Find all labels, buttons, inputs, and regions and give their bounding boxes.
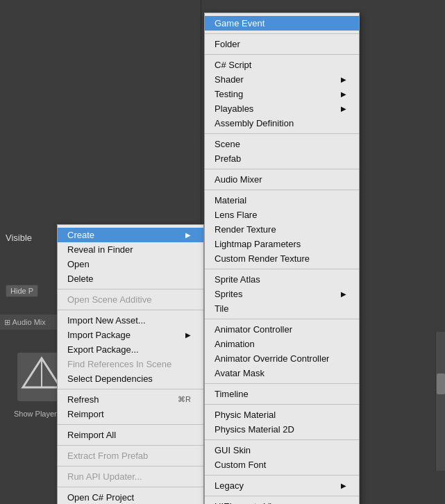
menu-item-gui-skin[interactable]: GUI Skin: [205, 443, 359, 457]
menu-item-export-package[interactable]: Export Package...: [58, 342, 203, 357]
menu-item-custom-font[interactable]: Custom Font: [205, 457, 359, 472]
r-separator-7: [205, 383, 359, 384]
audio-mix-label: ⊞ Audio Mix: [4, 318, 46, 327]
menu-item-tile[interactable]: Tile: [205, 301, 359, 316]
menu-item-select-deps[interactable]: Select Dependencies: [58, 371, 203, 386]
menu-item-render-texture[interactable]: Render Texture: [205, 222, 359, 237]
menu-item-testing[interactable]: Testing ▶: [205, 87, 359, 101]
r-separator-4: [205, 190, 359, 190]
submenu-arrow-import-package: ▶: [185, 331, 191, 339]
menu-item-folder[interactable]: Folder: [205, 37, 359, 51]
menu-item-physics-material-2d[interactable]: Physics Material 2D: [205, 422, 359, 437]
menu-item-physic-material[interactable]: Physic Material: [205, 408, 359, 422]
menu-item-api-updater: Run API Updater...: [58, 469, 203, 484]
menu-item-reimport[interactable]: Reimport: [58, 407, 203, 421]
show-player-label: Show Player: [14, 410, 57, 418]
separator-5: [58, 445, 203, 446]
menu-item-find-references: Find References In Scene: [58, 357, 203, 371]
submenu-arrow-legacy: ▶: [341, 482, 346, 489]
menu-item-scene[interactable]: Scene: [205, 137, 359, 151]
menu-item-lens-flare[interactable]: Lens Flare: [205, 208, 359, 222]
menu-item-playables[interactable]: Playables ▶: [205, 101, 359, 116]
menu-item-reimport-all[interactable]: Reimport All: [58, 428, 203, 442]
r-separator-5: [205, 269, 359, 269]
submenu-arrow-shader: ▶: [341, 76, 346, 83]
r-separator-3: [205, 169, 359, 169]
r-separator-6: [205, 319, 359, 319]
separator-2: [58, 310, 203, 310]
r-separator-11: [205, 496, 359, 496]
menu-item-open[interactable]: Open: [58, 257, 203, 271]
menu-item-csharp-script[interactable]: C# Script: [205, 58, 359, 72]
menu-item-material[interactable]: Material: [205, 193, 359, 208]
menu-item-uielements-view[interactable]: UIElements View: [205, 499, 359, 504]
separator-1: [58, 289, 203, 289]
menu-item-audio-mixer[interactable]: Audio Mixer: [205, 172, 359, 187]
menu-item-animation[interactable]: Animation: [205, 337, 359, 351]
menu-item-game-event[interactable]: Game Event: [205, 16, 359, 31]
menu-item-shader[interactable]: Shader ▶: [205, 72, 359, 87]
menu-item-assembly-def[interactable]: Assembly Definition: [205, 116, 359, 131]
menu-item-delete[interactable]: Delete: [58, 271, 203, 286]
menu-item-sprites[interactable]: Sprites ▶: [205, 287, 359, 301]
separator-4: [58, 424, 203, 425]
r-separator-9: [205, 439, 359, 440]
menu-item-create[interactable]: Create ▶: [58, 228, 203, 242]
menu-item-legacy[interactable]: Legacy ▶: [205, 478, 359, 493]
right-context-menu: Game Event Folder C# Script Shader ▶ Tes…: [204, 12, 360, 504]
separator-6: [58, 466, 203, 467]
menu-item-avatar-mask[interactable]: Avatar Mask: [205, 366, 359, 380]
submenu-arrow-testing: ▶: [341, 90, 346, 98]
menu-item-import-package[interactable]: Import Package ▶: [58, 328, 203, 342]
menu-item-animator-override[interactable]: Animator Override Controller: [205, 351, 359, 366]
menu-item-extract-prefab: Extract From Prefab: [58, 448, 203, 463]
scrollbar[interactable]: [435, 332, 445, 471]
menu-item-lightmap-params[interactable]: Lightmap Parameters: [205, 237, 359, 251]
menu-item-animator-controller[interactable]: Animator Controller: [205, 322, 359, 337]
left-context-menu: Create ▶ Reveal in Finder Open Delete Op…: [57, 224, 204, 504]
scroll-thumb[interactable]: [437, 373, 445, 394]
menu-item-open-csharp[interactable]: Open C# Project: [58, 490, 203, 504]
r-separator-0: [205, 33, 359, 34]
submenu-arrow-sprites: ▶: [341, 290, 346, 298]
menu-item-refresh[interactable]: Refresh ⌘R: [58, 392, 203, 407]
menu-item-open-scene: Open Scene Additive: [58, 292, 203, 307]
menu-item-reveal[interactable]: Reveal in Finder: [58, 242, 203, 257]
menu-item-sprite-atlas[interactable]: Sprite Atlas: [205, 272, 359, 287]
menu-item-prefab[interactable]: Prefab: [205, 151, 359, 166]
hide-button[interactable]: Hide P: [6, 285, 38, 297]
r-separator-10: [205, 475, 359, 476]
r-separator-8: [205, 404, 359, 405]
menu-item-import-asset[interactable]: Import New Asset...: [58, 313, 203, 328]
menu-item-timeline[interactable]: Timeline: [205, 387, 359, 401]
separator-3: [58, 389, 203, 389]
submenu-arrow-create: ▶: [185, 231, 191, 239]
r-separator-1: [205, 54, 359, 55]
submenu-arrow-playables: ▶: [341, 105, 346, 112]
r-separator-2: [205, 133, 359, 134]
separator-7: [58, 487, 203, 487]
menu-item-custom-render-texture[interactable]: Custom Render Texture: [205, 251, 359, 266]
visible-label: Visible: [6, 233, 32, 243]
